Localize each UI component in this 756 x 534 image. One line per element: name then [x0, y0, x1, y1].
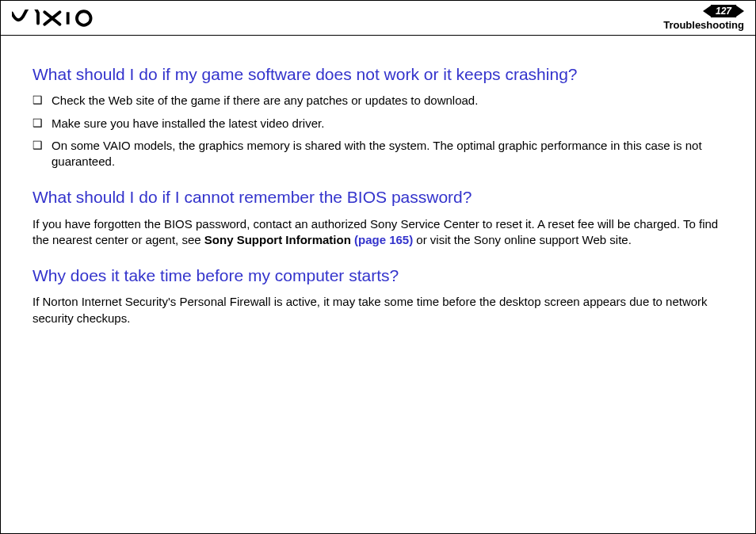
next-page-arrow-icon[interactable] [736, 6, 744, 17]
question-1-bullets: ❑Check the Web site of the game if there… [32, 93, 730, 170]
svg-rect-0 [67, 12, 70, 24]
body-text: or visit the Sony online support Web sit… [413, 233, 632, 246]
section-label: Troubleshooting [663, 19, 744, 31]
square-bullet-icon: ❑ [32, 116, 52, 132]
square-bullet-icon: ❑ [32, 138, 52, 154]
vaio-logo [12, 10, 99, 27]
question-3-paragraph: If Norton Internet Security's Personal F… [32, 294, 730, 326]
list-item: ❑Check the Web site of the game if there… [32, 93, 730, 109]
question-2-paragraph: If you have forgotten the BIOS password,… [32, 216, 730, 249]
header-right: 127 Troubleshooting [663, 5, 744, 31]
question-3-title: Why does it take time before my computer… [32, 265, 730, 286]
list-item: ❑Make sure you have installed the latest… [32, 116, 730, 132]
question-1-title: What should I do if my game software doe… [32, 64, 730, 85]
svg-point-1 [77, 11, 91, 25]
page: 127 Troubleshooting What should I do if … [0, 0, 756, 534]
page-content: What should I do if my game software doe… [1, 36, 755, 326]
page-reference-link[interactable]: (page 165) [354, 233, 413, 246]
square-bullet-icon: ❑ [32, 93, 52, 109]
vaio-logo-svg [12, 10, 99, 27]
page-number-badge[interactable]: 127 [703, 5, 744, 17]
page-number: 127 [711, 5, 736, 17]
prev-page-arrow-icon[interactable] [703, 6, 711, 17]
list-item: ❑On some VAIO models, the graphics memor… [32, 138, 730, 170]
support-info-label: Sony Support Information [204, 233, 354, 246]
page-header: 127 Troubleshooting [1, 1, 755, 36]
question-2-title: What should I do if I cannot remember th… [32, 187, 730, 208]
